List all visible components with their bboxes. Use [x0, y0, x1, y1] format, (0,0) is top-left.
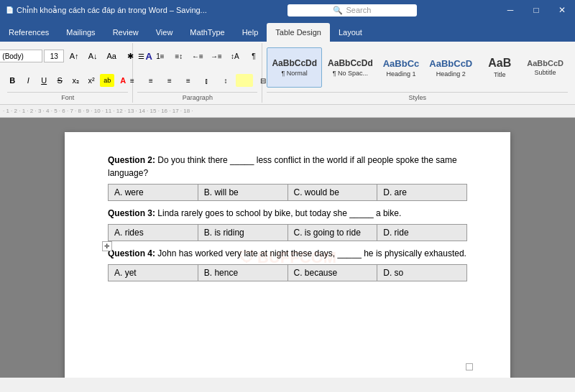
answer-4a: A. yet	[109, 265, 198, 281]
tab-view[interactable]: View	[147, 23, 182, 42]
font-group: A↑ A↓ Aa ✱ A B I U S x₂ x² ab A Font	[3, 43, 133, 103]
highlight-button[interactable]: ab	[100, 74, 114, 87]
tab-review[interactable]: Review	[104, 23, 147, 42]
question-4-table: A. yet B. hence C. because D. so	[108, 264, 467, 281]
bullets-button[interactable]: ☰	[133, 49, 150, 63]
app-icon: 📄	[6, 6, 14, 14]
tab-mailings[interactable]: Mailings	[58, 23, 104, 42]
style-no-spacing-label: ¶ No Spac...	[333, 70, 368, 77]
subscript-button[interactable]: x₂	[68, 74, 83, 87]
strikethrough-button[interactable]: S	[52, 74, 67, 87]
numbering-button[interactable]: 1≡	[152, 49, 169, 63]
sort-button[interactable]: ↕A	[226, 49, 244, 63]
change-case-button[interactable]: Aa	[103, 49, 120, 63]
style-heading2[interactable]: AaBbCcD Heading 2	[425, 47, 477, 88]
answer-4c: C. because	[288, 265, 377, 281]
style-title-label: Title	[494, 71, 506, 78]
question-2-text: Question 2: Do you think there _____ les…	[108, 154, 467, 179]
line-spacing-button[interactable]: ↕	[217, 73, 234, 88]
answer-4b: B. hence	[198, 265, 288, 281]
paragraph-group: ☰ 1≡ ≡↕ ←≡ →≡ ↕A ¶ ≡ ≡ ≡ ≡ ⫿ ↕ ⊟ Paragra…	[133, 43, 262, 103]
search-icon: 🔍	[333, 6, 343, 15]
search-box[interactable]: 🔍 Search	[288, 4, 417, 17]
page: 🛡 BUFFCOM ✛ Question 2: Do you think the…	[65, 132, 510, 378]
answer-4d: D. so	[377, 265, 467, 281]
document-area: 🛡 BUFFCOM ✛ Question 2: Do you think the…	[0, 118, 575, 378]
ruler: · 1 · 2 · 1 · 2 · 3 · 4 · 5 · 6 · 7 · 8 …	[0, 105, 575, 118]
font-grow-button[interactable]: A↑	[65, 49, 83, 63]
style-title-preview: AaB	[488, 57, 511, 70]
answer-2d: D. are	[377, 185, 467, 201]
style-heading1[interactable]: AaBbCc Heading 1	[379, 47, 424, 88]
style-heading1-label: Heading 1	[386, 70, 415, 78]
table-row: A. rides B. is riding C. is going to rid…	[109, 225, 467, 241]
font-group-label: Font	[7, 92, 128, 101]
question-4-label: Question 4:	[108, 248, 155, 258]
justify-button[interactable]: ≡	[180, 73, 197, 88]
styles-group-label: Styles	[267, 92, 568, 101]
question-2-table: A. were B. will be C. would be D. are	[108, 184, 467, 201]
answer-3d: D. ride	[377, 225, 467, 241]
style-subtitle-label: Subtitle	[535, 69, 556, 76]
style-normal-preview: AaBbCcDd	[272, 58, 317, 68]
style-heading2-label: Heading 2	[436, 70, 466, 78]
style-subtitle[interactable]: AaBbCcD Subtitle	[523, 47, 568, 88]
answer-3a: A. rides	[109, 225, 198, 241]
table-row: A. yet B. hence C. because D. so	[109, 265, 467, 281]
style-subtitle-preview: AaBbCcD	[527, 59, 564, 67]
search-placeholder: Search	[346, 6, 371, 14]
tab-bar: References Mailings Review View MathType…	[0, 20, 575, 42]
tab-help[interactable]: Help	[234, 23, 267, 42]
ribbon: A↑ A↓ Aa ✱ A B I U S x₂ x² ab A Font ☰ 1…	[0, 42, 575, 105]
style-normal[interactable]: AaBbCcDd ¶ Normal	[267, 47, 322, 88]
tab-mathtype[interactable]: MathType	[181, 23, 233, 42]
font-size-input[interactable]	[44, 50, 64, 62]
align-left-button[interactable]: ≡	[124, 73, 141, 88]
style-heading2-preview: AaBbCcD	[429, 58, 472, 69]
style-no-spacing-preview: AaBbCcDd	[328, 58, 373, 68]
question-3-table: A. rides B. is riding C. is going to rid…	[108, 224, 467, 241]
answer-3b: B. is riding	[198, 225, 288, 241]
question-2-label: Question 2:	[108, 155, 155, 165]
italic-button[interactable]: I	[21, 74, 35, 87]
show-formatting-button[interactable]: ¶	[245, 49, 262, 63]
answer-3c: C. is going to ride	[288, 225, 377, 241]
tab-table-design[interactable]: Table Design	[267, 23, 330, 42]
column-button[interactable]: ⫿	[198, 73, 216, 88]
question-3-label: Question 3:	[108, 208, 155, 218]
title-text: Chỉnh khoảng cách các đáp án trong Word …	[17, 6, 207, 15]
style-title[interactable]: AaB Title	[478, 47, 521, 88]
multilevel-list-button[interactable]: ≡↕	[170, 49, 188, 63]
underline-button[interactable]: U	[37, 74, 51, 87]
minimize-button[interactable]: ─	[497, 0, 523, 20]
style-normal-label: ¶ Normal	[282, 70, 308, 77]
question-3-text: Question 3: Linda rarely goes to school …	[108, 207, 467, 220]
shading-button[interactable]	[236, 74, 253, 87]
increase-indent-button[interactable]: →≡	[208, 49, 225, 63]
table-move-handle[interactable]: ✛	[102, 241, 112, 251]
decrease-indent-button[interactable]: ←≡	[189, 49, 206, 63]
answer-2a: A. were	[109, 185, 198, 201]
answer-2c: C. would be	[288, 185, 377, 201]
window-controls: ─ □ ✕	[497, 0, 575, 20]
center-button[interactable]: ≡	[142, 73, 160, 88]
style-heading1-preview: AaBbCc	[383, 58, 420, 69]
align-right-button[interactable]: ≡	[161, 73, 178, 88]
font-shrink-button[interactable]: A↓	[84, 49, 101, 63]
tab-layout[interactable]: Layout	[330, 23, 371, 42]
title-bar: 📄 Chỉnh khoảng cách các đáp án trong Wor…	[0, 0, 575, 20]
font-name-input[interactable]	[0, 50, 42, 62]
bold-button[interactable]: B	[5, 74, 19, 87]
superscript-button[interactable]: x²	[84, 74, 98, 87]
tab-references[interactable]: References	[0, 23, 58, 42]
styles-group: AaBbCcDd ¶ Normal AaBbCcDd ¶ No Spac... …	[262, 43, 572, 103]
paragraph-group-label: Paragraph	[137, 92, 257, 101]
question-4-text: Question 4: John has worked very late at…	[108, 247, 467, 260]
maximize-button[interactable]: □	[523, 0, 549, 20]
table-resize-handle[interactable]	[466, 363, 473, 370]
style-no-spacing[interactable]: AaBbCcDd ¶ No Spac...	[323, 47, 377, 88]
close-button[interactable]: ✕	[549, 0, 575, 20]
answer-2b: B. will be	[198, 185, 288, 201]
table-row: A. were B. will be C. would be D. are	[109, 185, 467, 201]
ruler-text: · 1 · 2 · 1 · 2 · 3 · 4 · 5 · 6 · 7 · 8 …	[3, 108, 193, 114]
